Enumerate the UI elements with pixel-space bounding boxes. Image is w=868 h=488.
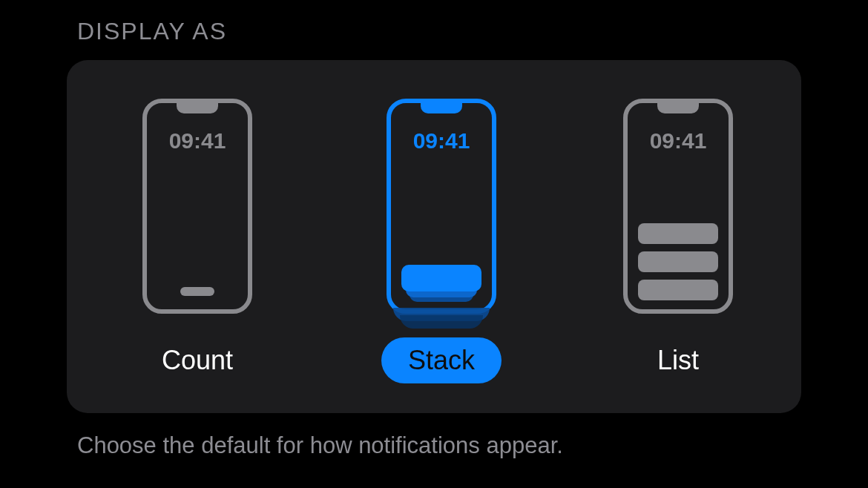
phone-time: 09:41 — [413, 128, 470, 154]
option-stack[interactable]: 09:41 Stack — [381, 99, 502, 383]
option-list-label: List — [631, 337, 726, 383]
option-count-label: Count — [135, 337, 260, 383]
count-notification-icon — [180, 287, 214, 296]
phone-time: 09:41 — [650, 128, 707, 154]
list-notification-icon — [638, 223, 718, 300]
notch-icon — [657, 103, 699, 113]
stack-notification-icon — [401, 262, 481, 302]
option-stack-label: Stack — [381, 337, 502, 383]
option-list[interactable]: 09:41 List — [623, 99, 733, 383]
phone-preview-count-icon: 09:41 — [142, 99, 252, 314]
stack-depth-icon — [400, 315, 483, 329]
phone-preview-stack-icon: 09:41 — [387, 99, 496, 314]
option-count[interactable]: 09:41 Count — [135, 99, 260, 383]
phone-preview-list-icon: 09:41 — [623, 99, 733, 314]
phone-time: 09:41 — [169, 128, 226, 154]
section-footer: Choose the default for how notifications… — [67, 432, 801, 459]
notch-icon — [177, 103, 218, 113]
phone-preview-stack-wrap: 09:41 — [387, 99, 496, 314]
section-header: DISPLAY AS — [67, 18, 801, 45]
display-as-card: 09:41 Count 09:41 Stack — [67, 60, 801, 413]
notch-icon — [421, 103, 462, 113]
